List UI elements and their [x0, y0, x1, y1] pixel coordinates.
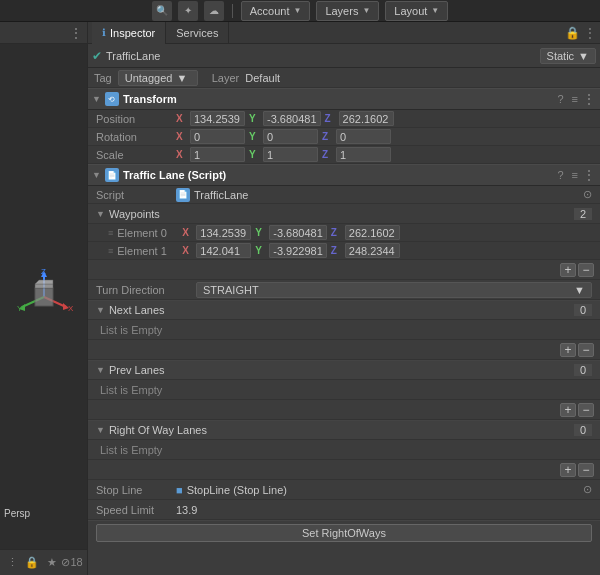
prev-lanes-remove-button[interactable]: −	[578, 403, 594, 417]
scale-xyz: X 1 Y 1 Z 1	[176, 147, 592, 162]
stop-line-name: StopLine (Stop Line)	[187, 484, 287, 496]
script-component-header[interactable]: ▼ 📄 Traffic Lane (Script) ? ≡ ⋮	[88, 164, 600, 186]
row-remove-button[interactable]: −	[578, 463, 594, 477]
left-panel: ⋮	[0, 22, 88, 575]
more-options-icon[interactable]: ⋮	[69, 25, 83, 41]
object-name: TrafficLane	[106, 50, 160, 62]
settings-icon[interactable]: ⋮	[4, 555, 20, 571]
tag-label: Tag	[94, 72, 112, 84]
prev-lanes-header[interactable]: ▼ Prev Lanes 0	[88, 360, 600, 380]
e1-z-value[interactable]: 248.2344	[345, 243, 400, 258]
waypoints-count: 2	[574, 208, 592, 220]
inspector-content: ✔ TrafficLane Static ▼ Tag Untagged ▼ La…	[88, 44, 600, 575]
scale-z-value[interactable]: 1	[336, 147, 391, 162]
checkbox-icon[interactable]: ✔	[92, 49, 102, 63]
sun-icon[interactable]: ✦	[178, 1, 198, 21]
layout-button[interactable]: Layout ▼	[385, 1, 448, 21]
rotation-x-value[interactable]: 0	[190, 129, 245, 144]
stop-line-value: ■ StopLine (Stop Line)	[176, 484, 287, 496]
scale-y-value[interactable]: 1	[263, 147, 318, 162]
rotation-y-value[interactable]: 0	[263, 129, 318, 144]
right-of-way-header[interactable]: ▼ Right Of Way Lanes 0	[88, 420, 600, 440]
position-y-value[interactable]: -3.680481	[263, 111, 321, 126]
layer-label: Layer	[212, 72, 240, 84]
transform-header[interactable]: ▼ ⟲ Transform ? ≡ ⋮	[88, 88, 600, 110]
e0-x-group: X 134.2539	[182, 225, 251, 240]
transform-dots-icon[interactable]: ⋮	[582, 91, 596, 107]
layers-button[interactable]: Layers ▼	[316, 1, 379, 21]
position-label: Position	[96, 113, 176, 125]
scale-x-value[interactable]: 1	[190, 147, 245, 162]
e0-x-value[interactable]: 134.2539	[196, 225, 251, 240]
script-menu-icon[interactable]: ≡	[572, 169, 578, 181]
prev-lanes-add-button[interactable]: +	[560, 403, 576, 417]
account-button[interactable]: Account ▼	[241, 1, 311, 21]
position-z-value[interactable]: 262.1602	[339, 111, 394, 126]
rotation-z-value[interactable]: 0	[336, 129, 391, 144]
cloud-icon[interactable]: ☁	[204, 1, 224, 21]
next-lanes-count: 0	[574, 304, 592, 316]
next-lanes-header[interactable]: ▼ Next Lanes 0	[88, 300, 600, 320]
services-tab-label: Services	[176, 27, 218, 39]
e0-y-value[interactable]: -3.680481	[269, 225, 327, 240]
axis-widget: X Y Z	[14, 267, 74, 327]
row-add-button[interactable]: +	[560, 463, 576, 477]
perspective-label: Persp	[4, 508, 30, 519]
tag-chevron-icon: ▼	[176, 72, 187, 84]
e0-z-value[interactable]: 262.1602	[345, 225, 400, 240]
tag-dropdown[interactable]: Untagged ▼	[118, 70, 198, 86]
sz-letter: Z	[322, 149, 334, 160]
waypoints-add-button[interactable]: +	[560, 263, 576, 277]
script-circle-icon[interactable]: ⊙	[583, 188, 592, 201]
sx-letter: X	[176, 149, 188, 160]
script-help-icon[interactable]: ?	[557, 169, 563, 181]
waypoints-remove-button[interactable]: −	[578, 263, 594, 277]
static-dropdown[interactable]: Static ▼	[540, 48, 596, 64]
e1-x-value[interactable]: 142.041	[196, 243, 251, 258]
more-tab-icon[interactable]: ⋮	[584, 26, 596, 40]
element0-label: Element 0	[117, 227, 182, 239]
chevron-down-icon: ▼	[293, 6, 301, 15]
e1-y-value[interactable]: -3.922981	[269, 243, 327, 258]
scale-z-group: Z 1	[322, 147, 391, 162]
position-z-group: Z 262.1602	[325, 111, 394, 126]
row-add-remove: + −	[88, 460, 600, 480]
tab-services[interactable]: Services	[166, 22, 229, 44]
scene-toolbar: ⋮	[0, 22, 87, 44]
set-rightofways-button[interactable]: Set RightOfWays	[96, 524, 592, 542]
prev-lanes-title: Prev Lanes	[109, 364, 574, 376]
right-of-way-empty-text: List is Empty	[100, 444, 162, 456]
rotation-row: Rotation X 0 Y 0 Z 0	[88, 128, 600, 146]
prev-lanes-count: 0	[574, 364, 592, 376]
next-lanes-add-remove: + −	[88, 340, 600, 360]
scale-y-group: Y 1	[249, 147, 318, 162]
script-name: TrafficLane	[194, 189, 248, 201]
stop-line-circle-icon[interactable]: ⊙	[583, 483, 592, 496]
rotation-x-group: X 0	[176, 129, 245, 144]
transform-title: Transform	[123, 93, 554, 105]
lock-tab-icon[interactable]: 🔒	[565, 26, 580, 40]
e1-x-group: X 142.041	[182, 243, 251, 258]
turn-direction-value: STRAIGHT	[203, 284, 259, 296]
waypoints-header[interactable]: ▼ Waypoints 2	[88, 204, 600, 224]
position-x-value[interactable]: 134.2539	[190, 111, 245, 126]
next-lanes-remove-button[interactable]: −	[578, 343, 594, 357]
search-icon[interactable]: 🔍	[152, 1, 172, 21]
lock-icon[interactable]: 🔒	[24, 555, 40, 571]
layers-label: Layers	[325, 5, 358, 17]
stop-line-row: Stop Line ■ StopLine (Stop Line) ⊙	[88, 480, 600, 500]
speed-limit-value[interactable]: 13.9	[176, 504, 197, 516]
script-value: 📄 TrafficLane	[176, 188, 248, 202]
script-dots-icon[interactable]: ⋮	[582, 167, 596, 183]
next-lanes-add-button[interactable]: +	[560, 343, 576, 357]
scene-view[interactable]: X Y Z Persp	[0, 44, 87, 549]
tab-inspector[interactable]: ℹ Inspector	[92, 22, 166, 44]
e0-z-group: Z 262.1602	[331, 225, 400, 240]
y-letter: Y	[249, 113, 261, 124]
star-icon[interactable]: ★	[44, 555, 60, 571]
script-title: Traffic Lane (Script)	[123, 169, 554, 181]
turn-direction-dropdown[interactable]: STRAIGHT ▼	[196, 282, 592, 298]
scale-x-group: X 1	[176, 147, 245, 162]
help-icon[interactable]: ?	[557, 93, 563, 105]
transform-menu-icon[interactable]: ≡	[572, 93, 578, 105]
